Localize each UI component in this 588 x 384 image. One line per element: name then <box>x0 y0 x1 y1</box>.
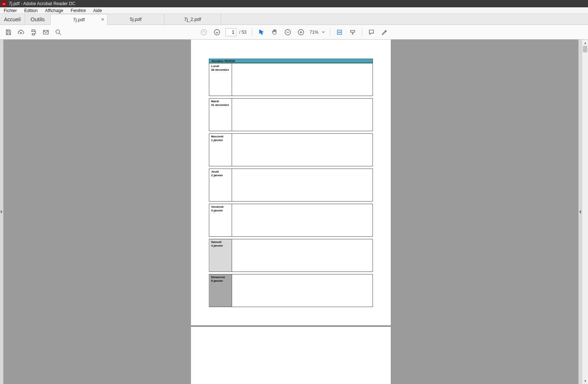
tab-accueil[interactable]: Accueil <box>0 14 25 25</box>
toolbar-left-group <box>0 26 65 38</box>
day-label: Mardi 31 décembre <box>209 99 232 131</box>
day-label: Vendredi 3 janvier <box>209 204 232 236</box>
left-pane-toggle[interactable] <box>0 40 3 384</box>
hand-tool-icon[interactable] <box>268 26 281 38</box>
menu-fenetre[interactable]: Fenêtre <box>67 8 90 13</box>
toolbar-center-group: / 53 71% <box>197 26 391 38</box>
day-label: Lundi 30 décembre <box>209 63 232 96</box>
page-sep: / <box>239 30 240 35</box>
window-title: 7j.pdf - Adobe Acrobat Reader DC <box>9 1 75 6</box>
doctab-label: 7j.pdf <box>73 17 85 22</box>
day-name: Lundi <box>211 64 230 68</box>
page-down-icon[interactable] <box>211 26 223 38</box>
highlight-icon[interactable] <box>378 26 391 38</box>
tab-bar: Accueil Outils 7j.pdf × 5j.pdf 7j_2.pdf <box>0 14 588 25</box>
day-body <box>232 239 373 272</box>
scroll-thumb[interactable] <box>583 46 587 52</box>
day-row: Samedi 4 janvier <box>209 239 373 272</box>
zoom-level-label: 71% <box>310 30 318 35</box>
email-icon[interactable] <box>40 26 52 38</box>
menu-edition[interactable]: Edition <box>21 8 41 13</box>
day-label: Jeudi 2 janvier <box>209 169 232 201</box>
svg-point-1 <box>56 30 59 33</box>
week-days: Lundi 30 décembre Mardi 31 décembre Merc… <box>209 63 373 307</box>
day-body <box>232 169 373 201</box>
menu-affichage[interactable]: Affichage <box>41 8 67 13</box>
zoom-level-dropdown[interactable]: 71% <box>308 29 327 36</box>
zoom-out-icon[interactable] <box>281 26 294 38</box>
doctab-label: 5j.pdf <box>130 16 142 22</box>
svg-rect-7 <box>350 30 355 32</box>
day-name: Vendredi <box>211 205 230 209</box>
chevron-down-icon <box>321 30 325 34</box>
window-titlebar: 7j.pdf - Adobe Acrobat Reader DC <box>0 0 588 7</box>
day-name: Samedi <box>211 240 230 244</box>
vertical-scrollbar[interactable]: ▴ ▾ <box>582 40 588 384</box>
menu-aide[interactable]: Aide <box>90 8 106 13</box>
day-label: Mercredi 1 janvier <box>209 134 232 166</box>
svg-point-2 <box>201 29 206 35</box>
day-row: Mercredi 1 janvier <box>209 133 373 166</box>
day-date: 4 janvier <box>211 244 230 248</box>
menu-fichier[interactable]: Fichier <box>0 8 21 13</box>
day-body <box>232 204 373 236</box>
search-icon[interactable] <box>52 26 65 38</box>
comment-icon[interactable] <box>365 26 377 38</box>
day-row: Jeudi 2 janvier <box>209 169 373 202</box>
day-body <box>232 134 373 166</box>
day-date: 2 janvier <box>211 174 230 177</box>
day-row: Vendredi 3 janvier <box>209 204 373 237</box>
day-date: 5 janvier <box>211 279 230 283</box>
acrobat-app-icon <box>1 1 7 6</box>
page-total-value: 53 <box>242 30 246 35</box>
day-name: Mardi <box>211 100 230 103</box>
day-date: 3 janvier <box>211 209 230 213</box>
close-tab-icon[interactable]: × <box>101 16 104 22</box>
day-row: Dimanche 5 janvier <box>209 274 373 307</box>
page-total: / 53 <box>239 30 246 35</box>
day-date: 31 décembre <box>211 103 230 107</box>
tab-outils[interactable]: Outils <box>25 14 51 25</box>
day-name: Dimanche <box>211 276 230 279</box>
document-viewport[interactable]: Semaine 53/2019 Lundi 30 décembre Mardi … <box>3 40 578 384</box>
day-name: Jeudi <box>211 170 230 174</box>
day-row: Lundi 30 décembre <box>209 63 373 96</box>
doctab-5j[interactable]: 5j.pdf <box>107 14 164 25</box>
document-viewer-wrap: Semaine 53/2019 Lundi 30 décembre Mardi … <box>0 40 588 384</box>
read-mode-icon[interactable] <box>346 26 359 38</box>
save-icon[interactable] <box>2 26 15 38</box>
page-number-input[interactable] <box>225 28 236 36</box>
toolbar: / 53 71% <box>0 25 588 40</box>
doctab-7j2[interactable]: 7j_2.pdf <box>164 14 221 25</box>
day-row: Mardi 31 décembre <box>209 98 373 131</box>
fit-width-icon[interactable] <box>333 26 346 38</box>
pdf-page: Semaine 53/2019 Lundi 30 décembre Mardi … <box>191 40 391 325</box>
day-body <box>232 63 373 96</box>
day-label: Samedi 4 janvier <box>209 239 232 272</box>
next-page-peek <box>191 327 391 384</box>
day-date: 1 janvier <box>211 139 230 142</box>
menu-bar: Fichier Edition Affichage Fenêtre Aide <box>0 7 588 14</box>
scroll-up-icon[interactable]: ▴ <box>582 40 588 46</box>
scroll-down-icon[interactable]: ▾ <box>582 378 588 384</box>
doctab-label: 7j_2.pdf <box>184 16 201 22</box>
day-label: Dimanche 5 janvier <box>209 274 232 307</box>
svg-point-3 <box>214 29 219 35</box>
right-pane-toggle[interactable] <box>578 40 582 384</box>
day-date: 30 décembre <box>211 68 230 72</box>
toolbar-divider <box>330 28 330 37</box>
day-body <box>232 274 373 307</box>
page-up-icon[interactable] <box>197 26 210 38</box>
day-body <box>232 99 373 131</box>
week-header: Semaine 53/2019 <box>209 59 373 63</box>
zoom-in-icon[interactable] <box>295 26 307 38</box>
toolbar-divider <box>362 28 362 37</box>
doctab-7j[interactable]: 7j.pdf × <box>51 14 107 25</box>
select-tool-icon[interactable] <box>255 26 267 38</box>
day-name: Mercredi <box>211 135 230 139</box>
print-icon[interactable] <box>27 26 40 38</box>
cloud-upload-icon[interactable] <box>15 26 27 38</box>
toolbar-divider <box>252 28 252 37</box>
